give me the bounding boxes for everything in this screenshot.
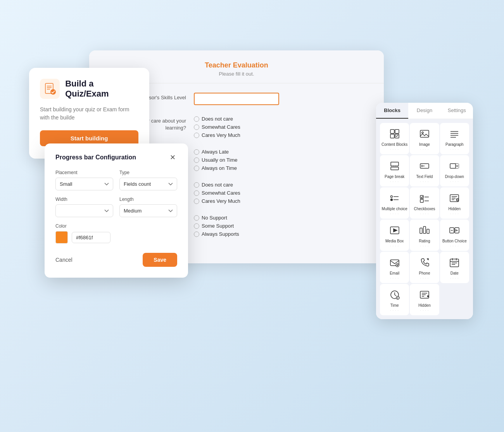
block-item-media-box[interactable]: Media Box · · · · (380, 219, 409, 251)
progress-config-modal: Progress bar Configuration ✕ Placement S… (45, 143, 188, 278)
block-item-checkboxes[interactable]: Checkboxes · · · · (410, 187, 439, 219)
block-label: Phone (419, 271, 430, 276)
block-dots: · · · · (420, 244, 429, 248)
block-item-page-break[interactable]: Page break · · · · (380, 155, 409, 187)
type-select[interactable]: Fields count Percentage Steps (119, 178, 177, 190)
block-dots: · · · · (450, 148, 459, 151)
radio-option[interactable]: Always Supports (194, 231, 239, 237)
build-quiz-header: Build a Quiz/Exam (40, 79, 138, 99)
radio-circle (194, 116, 199, 122)
block-item-multiple-choice[interactable]: Multiple choice · · · · (380, 187, 409, 219)
radio-label: Usually on Time (202, 157, 237, 163)
block-item-email[interactable]: Email · · · · (380, 252, 409, 283)
radio-option[interactable]: Somewhat Cares (194, 124, 240, 130)
block-dots: · · · · (390, 212, 399, 216)
radio-circle (194, 149, 199, 155)
radio-label: Cares Very Much (202, 198, 240, 204)
tab-blocks[interactable]: Blocks (376, 103, 408, 119)
color-hex-input[interactable] (72, 232, 110, 243)
radio-option[interactable]: Cares Very Much (194, 198, 240, 204)
block-dots: · · · · (390, 180, 399, 183)
block-item-text-field[interactable]: Text Field · · · · (410, 155, 439, 187)
block-label: Multiple choice (382, 207, 407, 211)
radio-circle (194, 199, 199, 204)
block-label: Email (390, 271, 399, 276)
save-button[interactable]: Save (143, 253, 177, 267)
svg-marker-34 (394, 229, 397, 232)
radio-option[interactable]: Always Late (194, 149, 237, 155)
color-swatch[interactable] (55, 231, 68, 244)
block-dots: · · · · (390, 309, 399, 312)
radio-option[interactable]: Does not care (194, 182, 240, 188)
block-item-button-choice[interactable]: Button Choice · · · · (440, 219, 469, 251)
color-swatch-row (55, 231, 177, 244)
width-field: Width Auto Full (55, 197, 113, 217)
radio-option[interactable]: Usually on Time (194, 157, 237, 163)
svg-rect-11 (391, 167, 399, 170)
cancel-button[interactable]: Cancel (55, 257, 72, 263)
multiple-choice-icon (388, 192, 401, 204)
radio-circle (194, 133, 199, 138)
hidden2-icon (418, 289, 431, 301)
modal-actions: Cancel Save (55, 253, 177, 267)
tab-settings[interactable]: Settings (441, 103, 473, 119)
block-label: Button Choice (442, 239, 467, 244)
modal-close-button[interactable]: ✕ (168, 153, 177, 162)
radio-circle (194, 157, 199, 163)
block-item-date[interactable]: Date · · · · (440, 252, 469, 283)
placement-label: Placement (55, 170, 113, 175)
blocks-grid: Content Blocks · · · · Image · · · · (376, 119, 473, 319)
radio-circle (194, 215, 199, 221)
placement-select[interactable]: Small Medium Large (55, 178, 113, 190)
block-item-phone[interactable]: Phone · · · · (410, 252, 439, 283)
block-item-content-blocks[interactable]: Content Blocks · · · · (380, 123, 409, 154)
block-item-image[interactable]: Image · · · · (410, 123, 439, 154)
image-icon (418, 128, 431, 140)
radio-label: Somewhat Cares (202, 124, 240, 130)
block-dots: · · · · (420, 309, 429, 312)
length-select[interactable]: Medium Short Long (119, 204, 177, 217)
eval-answer-group-4: Does not care Somewhat Cares Cares Very … (194, 182, 240, 204)
radio-option[interactable]: Always on Time (194, 165, 237, 171)
svg-point-19 (390, 196, 392, 198)
radio-option[interactable]: Cares Very Much (194, 132, 240, 138)
block-label: Page break (385, 175, 404, 179)
radio-circle (194, 190, 199, 196)
content-blocks-icon (388, 128, 401, 140)
radio-label: Cares Very Much (202, 132, 240, 138)
block-dots: · · · · (420, 212, 429, 216)
block-item-time[interactable]: Time · · · · (380, 284, 409, 315)
date-icon (448, 256, 461, 269)
radio-option[interactable]: Some Support (194, 223, 239, 229)
block-label: Rating (419, 239, 430, 244)
radio-circle (194, 232, 199, 237)
block-item-paragraph[interactable]: Paragraph · · · · (440, 123, 469, 154)
radio-option[interactable]: Does not care (194, 116, 240, 122)
svg-rect-35 (420, 228, 422, 233)
eval-text-input[interactable] (194, 93, 279, 105)
color-row: Color (55, 223, 177, 244)
tab-design[interactable]: Design (408, 103, 440, 119)
block-dots: · · · · (450, 276, 459, 280)
block-item-hidden2[interactable]: Hidden · · · · (410, 284, 439, 315)
block-dots: · · · · (420, 276, 429, 280)
blocks-tabs: Blocks Design Settings (376, 103, 473, 119)
svg-rect-2 (390, 134, 394, 138)
build-quiz-desc: Start building your quiz or Exam form wi… (40, 105, 138, 122)
eval-answer-group-2: Does not care Somewhat Cares Cares Very … (194, 116, 240, 138)
block-item-drop-down[interactable]: Drop-down · · · · (440, 155, 469, 187)
width-select[interactable]: Auto Full (55, 204, 113, 217)
modal-title: Progress bar Configuration (55, 154, 136, 161)
radio-label: No Support (202, 215, 227, 221)
block-item-hidden[interactable]: Hidden · · · · (440, 187, 469, 219)
build-quiz-title: Build a Quiz/Exam (65, 79, 138, 99)
svg-point-66 (50, 89, 56, 95)
button-choice-icon (448, 224, 461, 237)
width-label: Width (55, 197, 113, 202)
svg-point-5 (422, 132, 423, 133)
radio-option[interactable]: Somewhat Cares (194, 190, 240, 196)
type-field: Type Fields count Percentage Steps (119, 170, 177, 190)
block-item-rating[interactable]: Rating · · · · (410, 219, 439, 251)
radio-option[interactable]: No Support (194, 215, 239, 221)
page-break-icon (388, 160, 401, 172)
